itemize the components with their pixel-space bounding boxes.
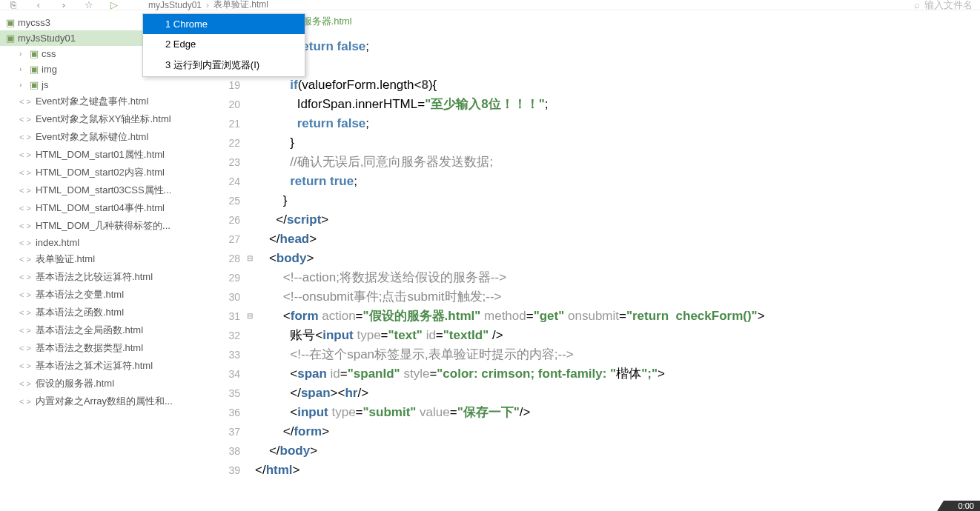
tree-item[interactable]: < >HTML_DOM_start01属性.html (0, 146, 208, 164)
tree-item[interactable]: ›▣js (0, 77, 208, 93)
tree-item-label: 基本语法之变量.html (36, 288, 124, 301)
fold-marker[interactable] (245, 287, 255, 307)
folder-icon: ▣ (30, 48, 39, 59)
code-line[interactable]: return false; (255, 114, 980, 133)
code-line[interactable]: //确认无误后,同意向服务器发送数据; (255, 153, 980, 172)
fold-marker[interactable] (245, 230, 255, 249)
fold-marker[interactable] (245, 441, 255, 461)
fold-marker[interactable] (245, 384, 255, 403)
fold-marker[interactable] (245, 345, 255, 364)
tree-item-label: 基本语法之函数.html (36, 306, 124, 319)
tree-item[interactable]: < >HTML_DOM_start03CSS属性... (0, 181, 208, 199)
file-icon: < > (19, 273, 31, 281)
line-number: 27 (208, 230, 240, 249)
tree-item[interactable]: < >Event对象之鼠标键位.html (0, 128, 208, 146)
fold-marker[interactable] (245, 172, 255, 191)
line-number: 24 (208, 172, 240, 191)
code-line[interactable]: </head> (255, 230, 980, 249)
dropdown-item[interactable]: 3 运行到内置浏览器(I) (143, 54, 305, 76)
tree-item[interactable]: < >基本语法之变量.html (0, 286, 208, 304)
tree-item[interactable]: < >index.html (0, 235, 208, 250)
forward-icon[interactable]: › (58, 0, 70, 11)
fold-marker[interactable] (245, 403, 255, 422)
line-number: 38 (208, 441, 240, 461)
code-area[interactable]: return false; } if(valueforForm.length<8… (255, 31, 980, 511)
fold-marker[interactable] (245, 76, 255, 95)
search-icon: ⌕ (914, 0, 920, 10)
code-line[interactable] (255, 480, 980, 499)
fold-marker[interactable] (245, 191, 255, 210)
search-box[interactable]: ⌕ 输入文件名 (914, 0, 973, 12)
fold-marker[interactable] (245, 95, 255, 114)
code-line[interactable]: } (255, 56, 980, 76)
run-dropdown: 1 Chrome2 Edge3 运行到内置浏览器(I) (142, 13, 305, 77)
code-line[interactable]: </body> (255, 441, 980, 461)
fold-marker[interactable] (245, 268, 255, 287)
fold-gutter[interactable]: ⊟⊟ (245, 31, 255, 511)
tree-item[interactable]: < >假设的服务器.html (0, 375, 208, 393)
fold-marker[interactable] (245, 364, 255, 384)
tree-item[interactable]: < >HTML_DOM_几种获得标签的... (0, 217, 208, 235)
code-line[interactable]: </form> (255, 422, 980, 441)
code-line[interactable]: <!--在这个span标签显示,表单验证时提示的内容;--> (255, 345, 980, 364)
line-number: 25 (208, 191, 240, 210)
code-line[interactable]: 账号<input type="text" id="textId" /> (255, 326, 980, 345)
fold-marker[interactable]: ⊟ (245, 249, 255, 268)
code-line[interactable]: </html> (255, 461, 980, 480)
code-line[interactable]: <form action="假设的服务器.html" method="get" … (255, 307, 980, 326)
tree-item[interactable]: < >HTML_DOM_start04事件.html (0, 199, 208, 217)
fold-marker[interactable]: ⊟ (245, 307, 255, 326)
tree-item[interactable]: < >HTML_DOM_start02内容.html (0, 164, 208, 181)
code-line[interactable]: } (255, 191, 980, 210)
code-line[interactable]: } (255, 133, 980, 153)
tree-item[interactable]: < >基本语法之比较运算符.html (0, 268, 208, 286)
breadcrumb-file[interactable]: 表单验证.html (213, 0, 268, 11)
tree-item[interactable]: < >Event对象之鼠标XY轴坐标.html (0, 110, 208, 128)
code-line[interactable]: </span><hr/> (255, 384, 980, 403)
chevron-right-icon[interactable]: › (19, 81, 30, 89)
fold-marker[interactable] (245, 153, 255, 172)
save-icon[interactable]: ⎘ (7, 0, 19, 11)
code-line[interactable]: <body> (255, 249, 980, 268)
code-line[interactable]: return true; (255, 172, 980, 191)
back-icon[interactable]: ‹ (33, 0, 44, 11)
code-line[interactable]: <input type="submit" value="保存一下"/> (255, 403, 980, 422)
tree-item[interactable]: < >基本语法之全局函数.html (0, 321, 208, 339)
code-line[interactable]: return false; (255, 37, 980, 56)
line-number (208, 480, 240, 499)
line-number: 28 (208, 249, 240, 268)
editor[interactable]: 1718192021222324252627282930313233343536… (208, 31, 980, 511)
file-icon: < > (19, 150, 31, 159)
code-line[interactable]: <!--action;将数据发送给假设的服务器--> (255, 268, 980, 287)
fold-marker[interactable] (245, 461, 255, 480)
tree-item[interactable]: < >基本语法之函数.html (0, 304, 208, 321)
chevron-right-icon[interactable]: › (19, 65, 30, 73)
tree-item[interactable]: < >基本语法之数据类型.html (0, 339, 208, 357)
fold-marker[interactable] (245, 114, 255, 133)
run-icon[interactable]: ▷ (108, 0, 120, 11)
code-line[interactable]: if(valueforForm.length<8){ (255, 76, 980, 95)
file-icon: < > (19, 238, 31, 247)
code-line[interactable]: IdforSpan.innerHTML="至少输入8位！！！"; (255, 95, 980, 114)
chevron-right-icon[interactable]: › (19, 50, 30, 58)
code-line[interactable]: <!--onsubmit事件;点击submit时触发;--> (255, 287, 980, 307)
fold-marker[interactable] (245, 210, 255, 230)
star-icon[interactable]: ☆ (83, 0, 95, 11)
tree-item-label: 基本语法之比较运算符.html (36, 270, 153, 284)
tree-item[interactable]: < >表单验证.html (0, 250, 208, 268)
project-tree[interactable]: ▣mycss3▣myJsStudy01›▣css›▣img›▣js< >Even… (0, 10, 208, 511)
breadcrumb-project[interactable]: myJsStudy01 (148, 0, 202, 10)
fold-marker[interactable] (245, 480, 255, 499)
tree-item-label: mycss3 (18, 17, 50, 28)
tree-item[interactable]: < >内置对象之Array数组的属性和... (0, 393, 208, 410)
fold-marker[interactable] (245, 133, 255, 153)
code-line[interactable]: <span id="spanId" style="color: crimson;… (255, 364, 980, 384)
code-line[interactable]: </script> (255, 210, 980, 230)
tree-item[interactable]: < >基本语法之算术运算符.html (0, 357, 208, 375)
tree-item[interactable]: < >Event对象之键盘事件.html (0, 93, 208, 110)
fold-marker[interactable] (245, 326, 255, 345)
dropdown-item[interactable]: 1 Chrome (143, 14, 305, 34)
fold-marker[interactable] (245, 422, 255, 441)
tree-item-label: css (42, 48, 56, 59)
dropdown-item[interactable]: 2 Edge (143, 34, 305, 54)
